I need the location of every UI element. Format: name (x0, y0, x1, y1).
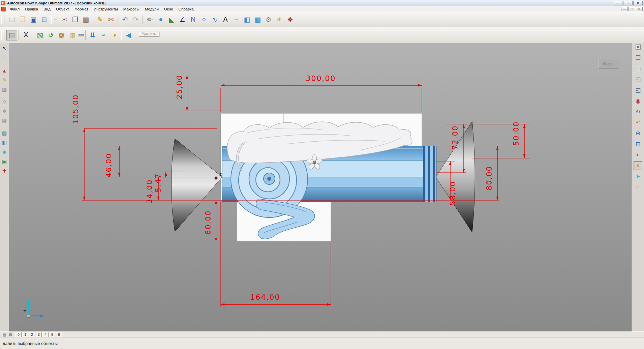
fly-through-icon[interactable]: ➤ (634, 172, 642, 181)
secondary-toolbar-icons: ▤X▧↺▩▦888⇊≈◑◀ (6, 30, 134, 40)
sort-arrows-icon[interactable]: ⇊ (87, 30, 98, 40)
globe-shaded-icon[interactable]: ◑ (109, 30, 120, 40)
medical-box-icon[interactable]: ✚ (1, 167, 8, 175)
solid-stack-icon[interactable]: ▦ (252, 14, 263, 25)
close-button[interactable]: ✕ (633, 1, 643, 5)
menu-object[interactable]: Объект (53, 6, 72, 12)
green-solid-icon[interactable]: ▣ (1, 158, 8, 165)
level-options-icon[interactable]: ⊟ (7, 332, 13, 337)
menu-tools[interactable]: Инструменты (91, 6, 121, 12)
iso-view-icon[interactable]: ◳ (634, 64, 642, 73)
level-box-8[interactable]: 8 (56, 332, 62, 337)
plot-options-icon[interactable]: • (53, 17, 59, 23)
zoom-box-icon[interactable]: ⊡ (634, 140, 642, 148)
shaded-render-icon[interactable]: ● (634, 161, 642, 170)
undo-view-icon[interactable]: ↶ (634, 118, 642, 127)
pencil-icon[interactable]: ✎ (1, 76, 8, 84)
level-box-2[interactable]: 2 (29, 332, 35, 337)
format-painter-icon[interactable]: ✎ (95, 14, 105, 25)
new-model-icon[interactable]: ❏ (6, 14, 17, 25)
erase-icon[interactable]: ✄ (105, 14, 116, 25)
zoom-full-icon[interactable]: ⊕ (634, 129, 642, 138)
delete-tooltip: Удалить (139, 31, 159, 36)
maximize-button[interactable]: □ (623, 1, 633, 5)
text-tool-icon[interactable]: A (220, 14, 231, 25)
close-toolbar-icon[interactable]: ✕ (636, 45, 641, 50)
polyline-icon[interactable]: N (188, 14, 198, 25)
menu-file[interactable]: Файл (7, 6, 22, 12)
numbered-levels-icon[interactable]: 888 (78, 32, 84, 38)
powershape-window: P Autodesk PowerShape Ultimate 2017 - [В… (0, 0, 644, 349)
cut-icon[interactable]: ✂ (59, 14, 70, 25)
sketch-pen-icon[interactable]: ✏ (145, 14, 155, 25)
sphere-icon[interactable]: ● (155, 14, 166, 25)
prism-icon[interactable]: ◆ (1, 148, 8, 156)
redo-icon[interactable]: ↷ (130, 14, 141, 25)
dimension-arrow (186, 75, 188, 79)
save-icon[interactable]: ▣ (28, 14, 39, 25)
menu-edit[interactable]: Правка (22, 6, 41, 12)
wizard-wand-icon[interactable]: ✶ (274, 14, 285, 25)
fillet-swoosh-icon[interactable]: ∽ (231, 14, 242, 25)
level-box-4[interactable]: 4 (42, 332, 49, 337)
print-icon[interactable]: ⊟ (39, 14, 50, 25)
curve-editor-icon[interactable]: ≋ (1, 54, 8, 62)
undo-icon[interactable]: ↶ (120, 14, 130, 25)
toolbar-grip-2[interactable] (1, 30, 4, 40)
open-model-icon[interactable]: ❐ (17, 14, 28, 25)
menu-help[interactable]: Справка (176, 6, 196, 12)
paused-grid-icon[interactable]: ▥ (1, 86, 8, 93)
recycle-box-icon[interactable]: ↺ (45, 30, 56, 40)
copy-boxes-alt-icon[interactable]: ▦ (67, 30, 78, 40)
level-box-5[interactable]: 5 (49, 332, 55, 337)
x-axis-icon[interactable]: X (21, 30, 31, 40)
level-box-1[interactable]: 1 (22, 332, 28, 337)
toolbar-grip[interactable] (1, 15, 4, 24)
cylinder-rings (423, 146, 436, 202)
stack-tool-icon[interactable]: ▦ (1, 117, 8, 124)
curve-icon[interactable]: ∿ (209, 14, 220, 25)
toolbar-separator (143, 15, 143, 24)
section-icon[interactable]: ∩ (634, 183, 642, 192)
menu-format[interactable]: Формат (72, 6, 91, 12)
level-box-0[interactable]: 0 (16, 332, 22, 337)
levels-palette-icon[interactable]: ▤ (1, 332, 7, 337)
minimize-button[interactable]: — (613, 1, 622, 5)
back-arrow-icon[interactable]: ◀ (123, 30, 134, 40)
shapes-tool-icon[interactable]: ❖ (1, 108, 8, 115)
move-box-icon[interactable]: ▧ (35, 30, 45, 40)
model-tree-toggle-icon[interactable]: ▤ (6, 30, 17, 40)
calc-warning-icon[interactable]: ▲ (1, 67, 8, 74)
rotate-view-icon[interactable]: ◉ (634, 96, 642, 105)
doc-restore-button[interactable]: □ (628, 7, 635, 11)
feature-boxes-icon[interactable]: ▩ (1, 129, 8, 137)
paste-icon[interactable]: ▥ (81, 14, 91, 25)
spin-view-icon[interactable]: ↻ (634, 107, 642, 116)
solid-cube-icon[interactable]: ◧ (1, 139, 8, 146)
surface-tool-icon[interactable]: ◇ (1, 98, 8, 106)
menu-macros[interactable]: Макросы (121, 6, 142, 12)
menu-modules[interactable]: Модули (142, 6, 161, 12)
view-cube-shaded-icon[interactable]: ◱ (634, 86, 642, 94)
select-pointer-icon[interactable]: ↖ (1, 45, 8, 52)
assembly-icon[interactable]: ❖ (285, 14, 296, 25)
view-cube-icon[interactable]: ◰ (634, 75, 642, 84)
copy-icon[interactable]: ❐ (70, 14, 81, 25)
dimension-arrow (157, 197, 160, 200)
workplane-icon[interactable]: ◣ (166, 14, 177, 25)
menu-window[interactable]: Окно (161, 6, 176, 12)
surface-icon[interactable]: ◧ (242, 14, 252, 25)
cad-viewport[interactable]: z Z 300,0025,00105,0046,0034,005,4760,00… (9, 43, 632, 331)
doc-close-button[interactable]: ✕ (636, 7, 643, 11)
doc-minimize-button[interactable]: — (621, 7, 628, 11)
features-gears-icon[interactable]: ⚙ (263, 14, 274, 25)
viewport[interactable]: z Z 300,0025,00105,0046,0034,005,4760,00… (9, 43, 632, 331)
level-box-3[interactable]: 3 (36, 332, 42, 337)
angle-line-icon[interactable]: ∠ (177, 14, 188, 25)
window-view-icon[interactable]: ❐ (634, 53, 642, 62)
copy-boxes-icon[interactable]: ▩ (56, 30, 67, 40)
wave-icon[interactable]: ≈ (98, 30, 109, 40)
menu-view[interactable]: Вид (41, 6, 53, 12)
circle-icon[interactable]: ○ (198, 14, 209, 25)
globe-view-icon[interactable]: ◐ (634, 150, 642, 159)
